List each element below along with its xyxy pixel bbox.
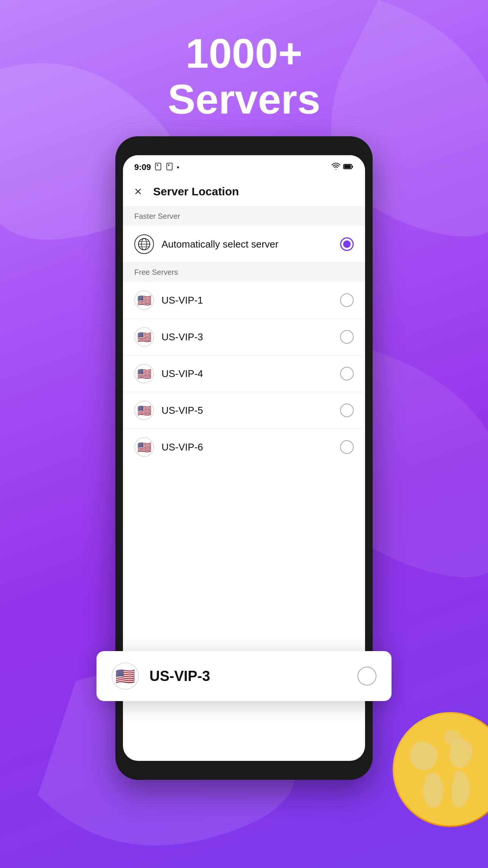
battery-icon bbox=[343, 162, 354, 172]
app-header: × Server Location bbox=[123, 176, 365, 207]
auto-select-label: Automatically select server bbox=[162, 238, 340, 250]
wifi-icon bbox=[331, 162, 341, 173]
dot-indicator: • bbox=[177, 163, 179, 172]
radio-vip1[interactable] bbox=[340, 293, 354, 307]
auto-select-radio[interactable] bbox=[340, 237, 354, 251]
server-name-vip3-list: US-VIP-3 bbox=[162, 331, 340, 343]
globe-decoration bbox=[390, 709, 488, 830]
status-time: 9:09 bbox=[134, 162, 151, 172]
us-flag-vip5: 🇺🇸 bbox=[134, 400, 154, 420]
floating-server-name: US-VIP-3 bbox=[149, 668, 357, 684]
server-item-us-vip-5[interactable]: 🇺🇸 US-VIP-5 bbox=[123, 392, 365, 429]
floating-radio-unselected[interactable] bbox=[357, 667, 376, 686]
server-item-us-vip-3-list[interactable]: 🇺🇸 US-VIP-3 bbox=[123, 319, 365, 355]
svg-point-12 bbox=[394, 714, 488, 826]
us-flag-vip1: 🇺🇸 bbox=[134, 290, 154, 310]
free-servers-section-header: Free Servers bbox=[123, 263, 365, 282]
status-right bbox=[331, 162, 354, 173]
us-flag-vip4: 🇺🇸 bbox=[134, 364, 154, 383]
server-item-us-vip-1[interactable]: 🇺🇸 US-VIP-1 bbox=[123, 282, 365, 319]
server-name-vip1: US-VIP-1 bbox=[162, 295, 340, 306]
sim-icon-1 bbox=[154, 162, 162, 173]
server-item-us-vip-6[interactable]: 🇺🇸 US-VIP-6 bbox=[123, 429, 365, 465]
svg-rect-3 bbox=[168, 164, 169, 166]
sim-icon-2 bbox=[165, 162, 174, 173]
svg-rect-1 bbox=[157, 164, 158, 166]
us-flag-vip3-list: 🇺🇸 bbox=[134, 327, 154, 347]
svg-rect-0 bbox=[155, 163, 161, 170]
svg-rect-5 bbox=[352, 166, 353, 168]
radio-vip5[interactable] bbox=[340, 404, 354, 417]
radio-vip6[interactable] bbox=[340, 440, 354, 454]
status-bar: 9:09 • bbox=[123, 155, 365, 176]
auto-select-item[interactable]: Automatically select server bbox=[123, 226, 365, 263]
floating-flag: 🇺🇸 bbox=[112, 662, 139, 690]
svg-rect-6 bbox=[344, 165, 351, 168]
server-name-vip6: US-VIP-6 bbox=[162, 441, 340, 453]
radio-vip3-list[interactable] bbox=[340, 330, 354, 344]
server-name-vip4: US-VIP-4 bbox=[162, 368, 340, 380]
faster-server-section-header: Faster Server bbox=[123, 207, 365, 226]
us-flag-vip6: 🇺🇸 bbox=[134, 437, 154, 457]
radio-vip4[interactable] bbox=[340, 367, 354, 380]
globe-outer bbox=[390, 709, 488, 830]
floating-server-item[interactable]: 🇺🇸 US-VIP-3 bbox=[96, 651, 392, 701]
server-name-vip5: US-VIP-5 bbox=[162, 405, 340, 416]
screen-title: Server Location bbox=[153, 185, 239, 198]
auto-select-icon bbox=[134, 234, 154, 254]
status-left: 9:09 • bbox=[134, 162, 179, 173]
svg-rect-2 bbox=[167, 163, 173, 170]
header-title: 1000+ Servers bbox=[0, 30, 488, 122]
server-item-us-vip-4[interactable]: 🇺🇸 US-VIP-4 bbox=[123, 355, 365, 392]
close-button[interactable]: × bbox=[134, 184, 142, 199]
